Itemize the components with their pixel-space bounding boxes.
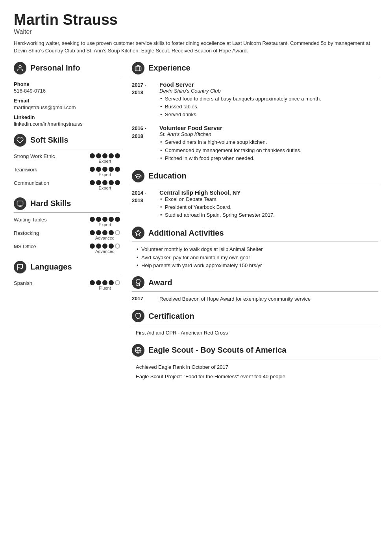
resume-header: Martin Strauss Waiter Hard-working waite… xyxy=(14,12,378,55)
eagle-scout-divider xyxy=(132,359,378,359)
bullet-item: Bussed tables. xyxy=(159,103,378,110)
award-icon xyxy=(132,276,144,289)
certification-divider xyxy=(132,325,378,325)
bullet-item: Served food to diners at busy banquets a… xyxy=(159,95,378,102)
experience-entry: 2017 -2018Food ServerDevin Shiro's Count… xyxy=(132,81,378,119)
activities-divider xyxy=(132,242,378,242)
certification-icon xyxy=(132,310,144,322)
eagle-scout-title: Eagle Scout - Boy Scouts of America xyxy=(148,346,286,355)
skill-name: Strong Work Ethic xyxy=(14,153,61,159)
dot-filled xyxy=(102,217,107,222)
education-content: Central Islip High School, NYExcel on De… xyxy=(159,189,378,220)
skill-name: Communication xyxy=(14,180,61,186)
skill-level: Expert xyxy=(99,172,111,177)
education-title: Education xyxy=(148,171,187,180)
dot-filled xyxy=(109,230,114,235)
experience-bullets: Served food to diners at busy banquets a… xyxy=(159,95,378,119)
dot-filled xyxy=(115,153,120,158)
skill-dots-wrap: Fluent xyxy=(90,280,120,290)
skill-level: Expert xyxy=(99,222,111,227)
personal-info-divider xyxy=(14,77,120,77)
skill-level: Fluent xyxy=(99,286,111,290)
dot-filled xyxy=(90,217,95,222)
education-bullets: Excel on Debate Team.President of Yearbo… xyxy=(159,196,378,219)
experience-entry: 2016 -2018Volunteer Food ServerSt. Ann's… xyxy=(132,125,378,163)
languages-icon xyxy=(14,261,26,273)
personal-info-icon xyxy=(14,62,26,74)
svg-rect-1 xyxy=(17,201,23,205)
dot-filled xyxy=(96,230,101,235)
activities-list: Volunteer monthly to walk dogs at Islip … xyxy=(132,246,378,269)
skill-name: Waiting Tables xyxy=(14,217,61,223)
activity-item: Volunteer monthly to walk dogs at Islip … xyxy=(136,246,378,253)
education-icon xyxy=(132,170,144,182)
skill-level: Expert xyxy=(99,186,111,190)
skill-name: MS Office xyxy=(14,244,61,249)
job-title: Volunteer Food Server xyxy=(159,125,378,131)
left-column: Personal Info Phone 516-849-0716 E-mail … xyxy=(14,62,120,383)
experience-section-header: Experience xyxy=(132,62,378,74)
dot-filled xyxy=(102,153,107,158)
bullet-item: Studied abroad in Spain, Spring Semester… xyxy=(159,212,378,219)
svg-marker-6 xyxy=(135,230,141,236)
experience-content: Food ServerDevin Shiro's Country ClubSer… xyxy=(159,81,378,119)
dot-filled xyxy=(96,280,101,285)
linkedin-label: LinkedIn xyxy=(14,114,120,120)
skill-name: Teamwork xyxy=(14,167,61,173)
dot-filled xyxy=(102,180,107,185)
svg-rect-5 xyxy=(135,67,141,71)
experience-bullets: Served diners in a high-volume soup kitc… xyxy=(159,139,378,162)
skill-row: Strong Work EthicExpert xyxy=(14,153,120,164)
hard-skills-list: Waiting TablesExpertRestockingAdvancedMS… xyxy=(14,217,120,254)
languages-title: Languages xyxy=(30,262,72,271)
svg-point-0 xyxy=(19,65,21,68)
skill-name: Spanish xyxy=(14,280,61,286)
eagle-scout-icon xyxy=(132,344,144,357)
certification-list: First Aid and CPR - American Red Cross xyxy=(132,329,378,337)
activities-title: Additional Activities xyxy=(148,229,224,238)
award-title: Award xyxy=(148,278,172,287)
company-name: Devin Shiro's Country Club xyxy=(159,88,378,94)
dot-filled xyxy=(102,230,107,235)
experience-date: 2017 -2018 xyxy=(132,81,153,119)
skill-dots xyxy=(90,230,120,235)
dot-filled xyxy=(96,153,101,158)
activities-bullets: Volunteer monthly to walk dogs at Islip … xyxy=(132,246,378,269)
dot-filled xyxy=(109,280,114,285)
phone-label: Phone xyxy=(14,81,120,87)
dot-filled xyxy=(96,167,101,172)
summary-text: Hard-working waiter, seeking to use prov… xyxy=(14,39,378,55)
dot-filled xyxy=(109,244,114,249)
candidate-title: Waiter xyxy=(14,28,378,35)
skill-level: Advanced xyxy=(95,249,115,254)
experience-icon xyxy=(132,62,144,74)
skill-row: RestockingAdvanced xyxy=(14,230,120,240)
skill-row: CommunicationExpert xyxy=(14,180,120,190)
bullet-item: President of Yearbook Board. xyxy=(159,204,378,211)
school-name: Central Islip High School, NY xyxy=(159,189,378,196)
certification-title: Certification xyxy=(148,312,194,321)
skill-name: Restocking xyxy=(14,230,61,236)
dot-filled xyxy=(115,180,120,185)
phone-value: 516-849-0716 xyxy=(14,88,120,94)
skill-dots xyxy=(90,244,120,249)
eagle-scout-section-header: Eagle Scout - Boy Scouts of America xyxy=(132,344,378,357)
dot-filled xyxy=(90,230,95,235)
dot-filled xyxy=(115,217,120,222)
award-list: 2017Received Beacon of Hope Award for ex… xyxy=(132,296,378,303)
education-date: 2014 -2018 xyxy=(132,189,153,220)
bullet-item: Served drinks. xyxy=(159,111,378,118)
skill-level: Advanced xyxy=(95,236,115,240)
dot-filled xyxy=(90,180,95,185)
languages-list: SpanishFluent xyxy=(14,280,120,290)
personal-info-section-header: Personal Info xyxy=(14,62,120,74)
education-section-header: Education xyxy=(132,170,378,182)
education-list: 2014 -2018Central Islip High School, NYE… xyxy=(132,189,378,220)
dot-filled xyxy=(109,167,114,172)
skill-dots-wrap: Expert xyxy=(90,153,120,164)
eagle-entry: Eagle Scout Project: "Food for the Homel… xyxy=(132,373,378,381)
skill-level: Expert xyxy=(99,159,111,164)
soft-skills-title: Soft Skills xyxy=(30,136,68,145)
education-entry: 2014 -2018Central Islip High School, NYE… xyxy=(132,189,378,220)
experience-list: 2017 -2018Food ServerDevin Shiro's Count… xyxy=(132,81,378,163)
